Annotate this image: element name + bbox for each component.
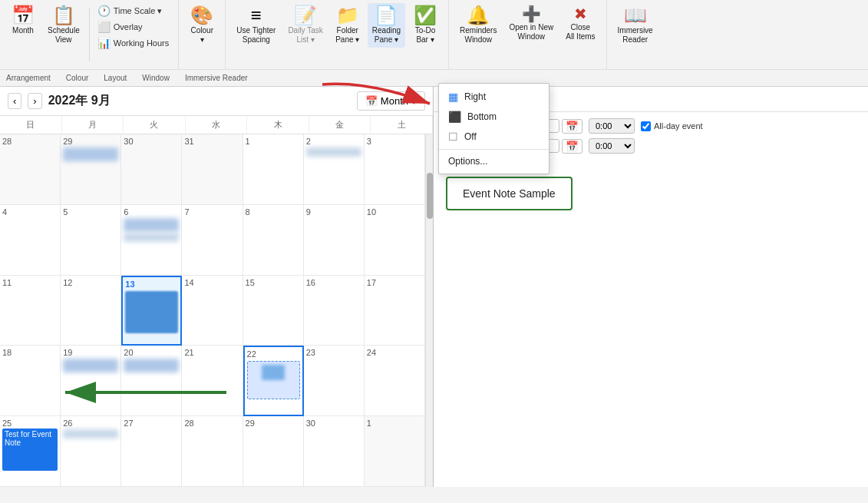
table-row[interactable]: 14: [182, 276, 243, 346]
allday-checkbox-row: All-day event: [641, 121, 703, 131]
table-row[interactable]: 17: [365, 276, 425, 346]
reading-pane-dropdown: ▦ Right ⬛ Bottom ☐ Off Options...: [438, 83, 550, 174]
table-row[interactable]: 4: [0, 205, 61, 276]
ribbon: 📅 Month 📋 ScheduleView 🕐 Time Scale ▾ ⬜ …: [0, 0, 868, 87]
table-row[interactable]: 28: [182, 416, 243, 487]
immersive-reader-label: ImmersiveReader: [618, 26, 653, 45]
day-header-sun: 日: [0, 116, 62, 134]
ribbon-bottom: arrangement Colour Layout Window Immersi…: [0, 69, 868, 86]
reading-pane-button[interactable]: 📄 ReadingPane ▾: [368, 3, 405, 48]
immersive-reader-icon: 📖: [624, 6, 647, 25]
window-group-label: Window: [142, 74, 170, 82]
day-header-wed: 水: [186, 116, 248, 134]
table-row[interactable]: 1: [243, 134, 304, 205]
calendar-nav: ‹ › 2022年 9月 📅 Month ▾: [0, 87, 433, 116]
test-event-label: Test for Event Note: [5, 430, 51, 447]
colour-group-label: Colour: [66, 74, 88, 82]
start-date-cal-btn[interactable]: 📅: [562, 119, 583, 134]
daily-task-list-button[interactable]: 📝 Daily TaskList ▾: [283, 3, 327, 48]
table-row[interactable]: 5: [61, 205, 121, 276]
table-row[interactable]: 9: [304, 205, 365, 276]
todo-bar-button[interactable]: ✅ To-DoBar ▾: [408, 3, 442, 48]
event-blur-2: [306, 147, 361, 157]
table-row[interactable]: 20: [121, 346, 182, 416]
table-row[interactable]: 31: [182, 134, 243, 205]
use-tighter-spacing-button[interactable]: ≡ Use TighterSpacing: [232, 3, 280, 48]
working-hours-button[interactable]: 📊 Working Hours: [94, 35, 173, 51]
table-row[interactable]: 10: [365, 205, 425, 276]
scrollbar[interactable]: [425, 134, 433, 487]
dropdown-right-item[interactable]: ▦ Right: [439, 87, 549, 107]
event-highlight: [247, 361, 300, 399]
ribbon-top-row: 📅 Month 📋 ScheduleView 🕐 Time Scale ▾ ⬜ …: [0, 0, 868, 69]
table-row[interactable]: 29: [61, 134, 121, 205]
nav-prev-button[interactable]: ‹: [8, 93, 21, 109]
ribbon-group-immersive: 📖 ImmersiveReader: [607, 0, 664, 69]
allday-label: All-day event: [654, 121, 703, 131]
divider: [89, 8, 90, 61]
table-row[interactable]: 28: [0, 134, 61, 205]
end-time-select[interactable]: 0:00: [589, 138, 635, 154]
dropdown-bottom-item[interactable]: ⬛ Bottom: [439, 107, 549, 127]
table-row[interactable]: 13: [121, 276, 182, 346]
table-row[interactable]: 23: [304, 346, 365, 416]
table-row[interactable]: 26: [61, 416, 121, 487]
event-note-sample-text: Event Note Sample: [463, 187, 556, 200]
table-row[interactable]: 1: [365, 416, 425, 487]
schedule-view-button[interactable]: 📋 ScheduleView: [43, 3, 84, 48]
table-row[interactable]: 3: [365, 134, 425, 205]
tighter-spacing-label: Use TighterSpacing: [236, 26, 276, 45]
table-row[interactable]: 16: [304, 276, 365, 346]
immersive-reader-button[interactable]: 📖 ImmersiveReader: [613, 3, 658, 48]
time-scale-button[interactable]: 🕐 Time Scale ▾: [94, 3, 173, 18]
day-header-sat: 土: [371, 116, 433, 134]
table-row[interactable]: 27: [121, 416, 182, 487]
daily-task-icon: 📝: [294, 6, 317, 25]
open-new-window-icon: ➕: [522, 6, 541, 22]
scrollbar-thumb: [427, 173, 433, 219]
colour-label: Colour▾: [191, 26, 213, 45]
table-row[interactable]: 24: [365, 346, 425, 416]
table-row[interactable]: 12: [61, 276, 121, 346]
colour-button[interactable]: 🎨 Colour▾: [185, 3, 219, 48]
calendar-grid-container: 28 29 30 31 1 2 3 4 5 6 7 8 9 10 11 12 1…: [0, 134, 433, 487]
folder-pane-button[interactable]: 📁 FolderPane ▾: [331, 3, 365, 48]
table-row[interactable]: 25 Test for Event Note: [0, 416, 61, 487]
table-row[interactable]: 21: [182, 346, 243, 416]
overlay-button[interactable]: ⬜ Overlay: [94, 19, 173, 35]
table-row[interactable]: 8: [243, 205, 304, 276]
table-row[interactable]: 22: [243, 346, 304, 416]
day-header-thu: 木: [247, 116, 309, 134]
schedule-view-label: ScheduleView: [48, 26, 80, 45]
calendar-grid: 28 29 30 31 1 2 3 4 5 6 7 8 9 10 11 12 1…: [0, 134, 433, 487]
nav-next-button[interactable]: ›: [28, 93, 41, 109]
table-row[interactable]: 15: [243, 276, 304, 346]
table-row[interactable]: 6: [121, 205, 182, 276]
month-view-button[interactable]: 📅 Month ▾: [357, 91, 425, 111]
month-button[interactable]: 📅 Month: [6, 3, 40, 38]
table-row[interactable]: 29: [243, 416, 304, 487]
table-row[interactable]: 19: [61, 346, 121, 416]
table-row[interactable]: 11: [0, 276, 61, 346]
dropdown-off-item[interactable]: ☐ Off: [439, 127, 549, 147]
close-all-items-icon: ✖: [574, 6, 587, 22]
table-row[interactable]: 2: [304, 134, 365, 205]
layout-group-label: Layout: [104, 74, 127, 82]
start-time-select[interactable]: 0:00: [589, 118, 635, 134]
schedule-view-icon: 📋: [52, 6, 75, 25]
table-row[interactable]: 30: [121, 134, 182, 205]
open-new-window-button[interactable]: ➕ Open in NewWindow: [504, 3, 558, 45]
calendar-area: ‹ › 2022年 9月 📅 Month ▾ 日 月 火 水 木 金 土 28 …: [0, 87, 434, 487]
allday-checkbox[interactable]: [641, 121, 651, 131]
off-menu-icon: ☐: [448, 131, 458, 143]
end-date-cal-btn[interactable]: 📅: [562, 139, 583, 154]
table-row[interactable]: 18: [0, 346, 61, 416]
overlay-label: Overlay: [114, 22, 143, 31]
dropdown-options-item[interactable]: Options...: [439, 152, 549, 170]
test-event-block[interactable]: Test for Event Note: [2, 429, 58, 471]
close-all-items-button[interactable]: ✖ CloseAll Items: [561, 3, 599, 45]
table-row[interactable]: 30: [304, 416, 365, 487]
reminders-icon: 🔔: [467, 6, 490, 25]
table-row[interactable]: 7: [182, 205, 243, 276]
reminders-button[interactable]: 🔔 RemindersWindow: [455, 3, 501, 48]
